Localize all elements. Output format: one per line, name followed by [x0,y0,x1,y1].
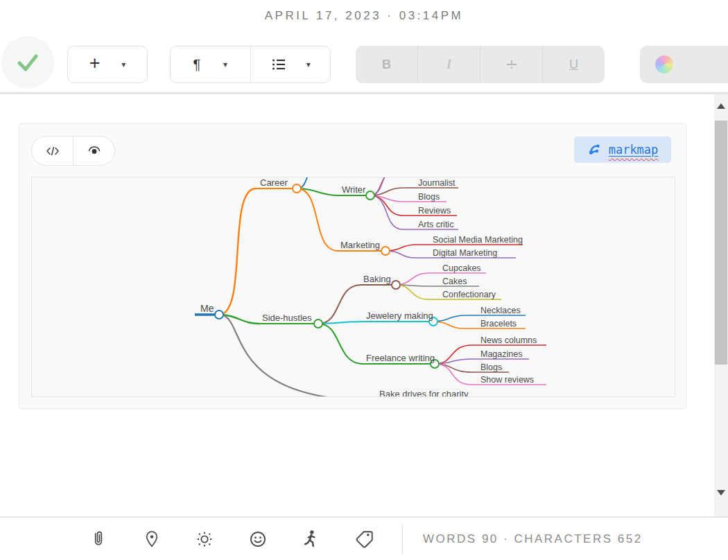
node-circle-writer[interactable] [366,191,374,200]
node-label-cakes: Cakes [442,277,467,286]
node-label-baking: Baking [363,274,391,284]
node-label-sidehustles: Side-hustles [262,313,312,323]
link-me-career [219,189,256,315]
entry-date-header: APRIL 17, 2023 · 03:14PM [0,9,728,23]
link-jewelery-bracelets [433,322,465,329]
node-label-journalist: Journalist [418,178,456,188]
node-circle-sidehustles[interactable] [314,320,322,328]
markmap-link[interactable]: markmap [574,137,671,163]
node-label-cupcakes: Cupcakes [442,263,481,273]
color-wheel-icon [655,55,673,73]
attachment-button[interactable] [87,528,110,550]
markmap-embed-card: markmap [19,123,686,409]
link-baking-confectionary [396,285,428,299]
pilcrow-icon: ¶ [193,57,201,73]
journal-entry-page: APRIL 17, 2023 · 03:14PM + ▾ ¶ ▾ ▾ [0,0,728,560]
link-marketing-dm [385,251,417,258]
node-label-career: Career [260,177,288,188]
node-label-writer: Writer [342,184,366,195]
node-label-bakedrives: Bake drives for charity [379,389,469,397]
divider [402,525,403,554]
mindmap-canvas[interactable]: Me Career Writer Journalist Blogs Review… [31,177,675,397]
runner-icon [301,529,320,550]
scroll-up-arrow-icon[interactable] [717,103,725,109]
node-label-bracelets: Bracelets [480,319,517,329]
node-label-necklaces: Necklaces [480,306,521,315]
scrollbar-thumb[interactable] [715,121,727,365]
link-stub-purple [370,177,403,195]
text-style-group: ¶ ▾ ▾ [170,46,331,83]
list-style-button[interactable]: ▾ [251,46,331,82]
node-label-dm: Digital Marketing [433,248,497,258]
link-freelance-showreviews [435,364,472,385]
mood-button[interactable] [247,528,269,550]
link-sh-baking [318,285,361,324]
node-circle-career[interactable] [293,184,301,193]
sun-icon [195,530,214,549]
markmap-label: markmap [609,143,659,157]
insert-button[interactable]: + ▾ [67,46,148,83]
paragraph-style-button[interactable]: ¶ ▾ [171,46,250,82]
preview-view-button[interactable] [73,137,114,165]
link-me-bakedrives [219,315,376,397]
done-button[interactable] [1,36,54,89]
weather-button[interactable] [193,528,216,550]
node-label-showreviews: Show reviews [480,375,534,385]
node-label-artscritic: Arts critic [418,220,453,229]
code-view-button[interactable] [32,137,73,165]
link-sh-freelance [318,324,363,364]
link-freelance-blogs [435,364,472,372]
link-freelance-magazines [435,359,472,364]
activity-button[interactable] [300,528,322,550]
node-circle-baking[interactable] [392,281,400,289]
node-label-newscolumns: News columns [480,335,537,345]
eye-icon [86,143,103,159]
node-label-confectionary: Confectionary [442,290,496,299]
checkmark-icon [12,47,43,78]
scroll-down-arrow-icon[interactable] [717,490,725,496]
node-circle-me[interactable] [215,310,223,319]
word-character-count: WORDS 90 · CHARACTERS 652 [423,518,643,560]
paperclip-icon [89,530,107,549]
node-circle-marketing[interactable] [381,247,390,255]
smiley-icon [248,530,268,549]
bulleted-list-icon [270,56,287,73]
text-color-button[interactable] [640,46,728,83]
link-jewelery-necklaces [433,315,465,322]
format-group-disabled: B I U [356,46,605,83]
node-label-blogs: Blogs [418,192,440,202]
node-label-jewelery: Jewelery making [366,310,433,321]
node-label-me: Me [200,303,214,314]
node-label-marketing: Marketing [340,240,380,250]
link-writer-artscritic [370,195,403,229]
chevron-down-icon: ▾ [306,60,311,69]
location-pin-icon [143,530,161,549]
bold-button[interactable]: B [356,46,417,83]
node-label-smm: Social Media Marketing [433,235,523,245]
entry-footer-bar: WORDS 90 · CHARACTERS 652 [0,516,728,560]
tag-button[interactable] [354,528,376,550]
node-label-reviews: Reviews [418,206,451,216]
node-label-freelance: Freelance writing [366,353,435,363]
underline-button[interactable]: U [543,46,605,83]
toolbar-divider [0,92,728,94]
tag-icon [355,530,374,549]
link-baking-cupcakes [396,273,428,285]
chevron-down-icon: ▾ [223,60,227,69]
strikethrough-icon [503,56,520,73]
code-icon [45,143,60,159]
node-label-magazines: Magazines [480,349,522,359]
markmap-logo-icon [587,143,603,157]
node-label-blogs2: Blogs [480,362,502,372]
italic-button[interactable]: I [418,46,480,83]
plus-icon: + [89,53,101,74]
link-career-marketing [297,189,338,251]
strikethrough-button[interactable] [480,46,542,83]
vertical-scrollbar[interactable] [714,94,728,516]
view-toggle [31,136,115,166]
mindmap-svg: Me Career Writer Journalist Blogs Review… [32,177,675,397]
location-button[interactable] [141,528,163,550]
chevron-down-icon: ▾ [121,60,125,69]
